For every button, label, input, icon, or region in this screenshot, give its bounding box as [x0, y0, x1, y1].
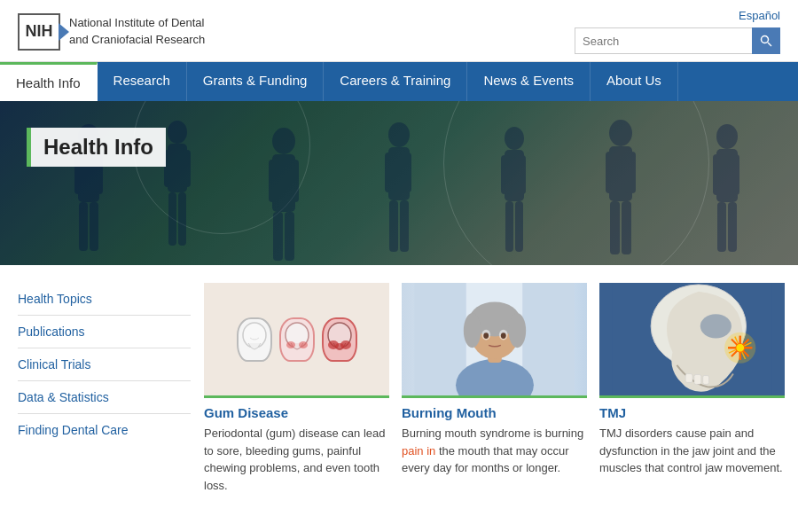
search-icon: [760, 35, 772, 47]
tmj-diagram-svg: [599, 283, 785, 395]
svg-rect-31: [515, 201, 523, 252]
card-burning-mouth: Burning Mouth Burning mouth syndrome is …: [402, 283, 587, 494]
svg-rect-18: [273, 212, 283, 261]
svg-rect-13: [178, 192, 186, 246]
svg-rect-6: [79, 202, 88, 251]
card-tmj: TMJ TMJ disorders cause pain and dysfunc…: [599, 283, 785, 494]
nih-arrow-icon: [59, 23, 69, 41]
svg-point-63: [501, 332, 506, 339]
svg-rect-24: [389, 200, 398, 252]
tooth-severe-svg: [326, 322, 353, 357]
logo-area: NIH National Institute of Dental and Cra…: [18, 13, 205, 51]
main-content: Health Topics Publications Clinical Tria…: [0, 265, 798, 512]
nih-logo: NIH: [18, 13, 60, 51]
svg-point-26: [505, 127, 524, 150]
tooth-mild-icon: [279, 317, 315, 362]
espanol-link[interactable]: Español: [739, 9, 780, 22]
svg-rect-12: [168, 192, 176, 246]
nav-item-health-info[interactable]: Health Info: [0, 62, 98, 101]
svg-rect-37: [622, 201, 631, 254]
svg-point-51: [335, 343, 344, 350]
svg-rect-43: [728, 202, 737, 252]
burning-highlight: pain in: [402, 444, 435, 458]
search-button[interactable]: [752, 27, 780, 54]
card-gum-disease: Gum Disease Periodontal (gum) disease ca…: [204, 283, 389, 494]
svg-rect-41: [730, 154, 739, 195]
card-burning-mouth-title[interactable]: Burning Mouth: [402, 405, 587, 420]
svg-point-0: [762, 36, 769, 43]
sidebar-item-clinical-trials[interactable]: Clinical Trials: [18, 348, 191, 381]
svg-point-8: [168, 121, 187, 144]
svg-rect-42: [717, 202, 726, 252]
svg-rect-36: [610, 201, 620, 254]
svg-rect-35: [625, 152, 636, 193]
svg-rect-40: [713, 154, 723, 195]
svg-point-62: [483, 332, 489, 339]
svg-point-14: [272, 128, 295, 154]
svg-rect-29: [517, 155, 526, 194]
svg-rect-25: [400, 200, 409, 252]
nav-item-research[interactable]: Research: [98, 62, 187, 101]
svg-rect-16: [269, 160, 279, 202]
svg-rect-17: [288, 160, 299, 202]
org-name: National Institute of Dental and Craniof…: [69, 15, 205, 47]
nav-item-careers-training[interactable]: Careers & Training: [324, 62, 467, 101]
nav-item-grants-funding[interactable]: Grants & Funding: [187, 62, 325, 101]
hero-title: Health Info: [43, 135, 153, 159]
svg-point-66: [700, 314, 732, 338]
svg-point-20: [388, 122, 410, 147]
card-burning-mouth-desc: Burning mouth syndrome is burning pain i…: [402, 425, 587, 477]
card-tmj-image: [599, 283, 785, 398]
svg-rect-76: [694, 375, 701, 385]
tooth-healthy-svg: [241, 322, 268, 357]
svg-rect-22: [385, 153, 395, 192]
card-burning-mouth-image: [402, 283, 587, 398]
card-gum-disease-title[interactable]: Gum Disease: [204, 405, 389, 420]
header-right: Español: [575, 9, 780, 54]
sidebar-item-data-statistics[interactable]: Data & Statistics: [18, 381, 191, 414]
search-bar: [575, 27, 780, 54]
nav-item-about-us[interactable]: About Us: [591, 62, 678, 101]
svg-rect-7: [90, 202, 98, 251]
nav-item-news-events[interactable]: News & Events: [467, 62, 591, 101]
svg-line-1: [768, 43, 771, 46]
sidebar: Health Topics Publications Clinical Tria…: [18, 283, 204, 494]
search-input[interactable]: [575, 27, 752, 54]
svg-point-59: [509, 313, 527, 348]
card-gum-disease-image: [204, 283, 389, 398]
tooth-mild-svg: [284, 322, 310, 357]
sidebar-item-health-topics[interactable]: Health Topics: [18, 283, 191, 316]
svg-rect-19: [285, 212, 294, 261]
svg-point-58: [464, 313, 481, 348]
svg-rect-23: [402, 153, 411, 192]
tooth-healthy-icon: [237, 317, 272, 362]
svg-rect-34: [606, 152, 616, 193]
sidebar-item-publications[interactable]: Publications: [18, 316, 191, 348]
site-header: NIH National Institute of Dental and Cra…: [0, 0, 798, 62]
hero-silhouettes-svg: [0, 101, 798, 265]
hero-title-box: Health Info: [27, 128, 166, 167]
hero-banner: Health Info: [0, 101, 798, 265]
svg-rect-75: [685, 374, 692, 383]
svg-point-46: [286, 341, 295, 348]
svg-point-47: [299, 341, 308, 348]
sidebar-item-finding-dental-care[interactable]: Finding Dental Care: [18, 414, 191, 446]
cards-area: Gum Disease Periodontal (gum) disease ca…: [204, 283, 798, 494]
svg-point-74: [736, 343, 745, 352]
tooth-severe-icon: [322, 317, 357, 362]
svg-rect-11: [182, 150, 191, 187]
woman-portrait-svg: [402, 283, 587, 395]
svg-point-38: [716, 124, 738, 149]
svg-rect-77: [703, 376, 709, 385]
card-tmj-title[interactable]: TMJ: [599, 405, 785, 420]
svg-rect-30: [505, 201, 513, 252]
card-tmj-desc: TMJ disorders cause pain and dysfunction…: [599, 425, 785, 477]
svg-rect-28: [501, 155, 510, 194]
svg-point-32: [609, 120, 632, 146]
card-gum-disease-desc: Periodontal (gum) disease can lead to so…: [204, 425, 389, 494]
main-nav: Health Info Research Grants & Funding Ca…: [0, 62, 798, 101]
